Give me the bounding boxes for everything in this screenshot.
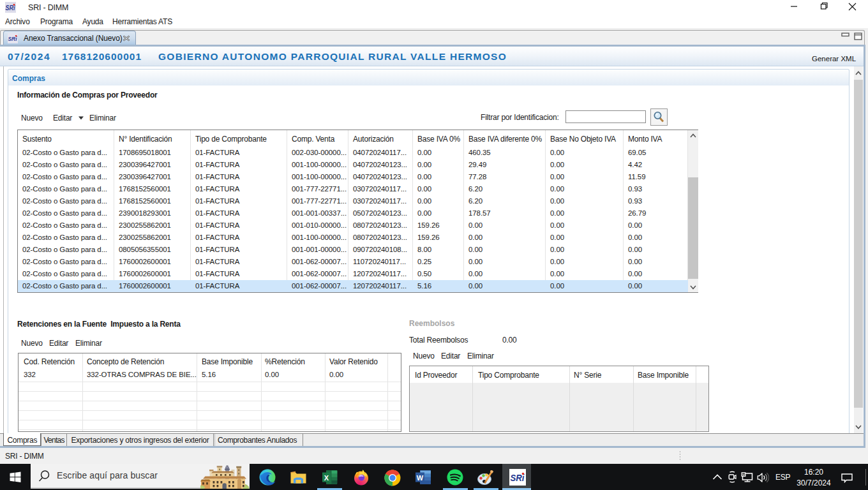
svg-text:W: W [417,474,424,482]
svg-text:X: X [324,474,329,482]
